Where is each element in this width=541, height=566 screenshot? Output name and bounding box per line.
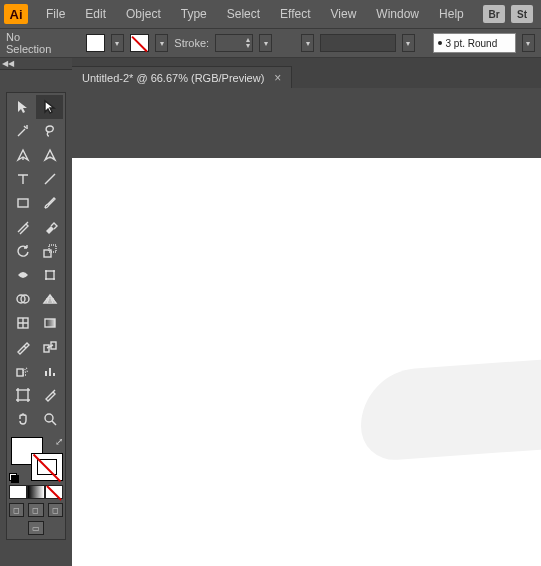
- document-tab[interactable]: Untitled-2* @ 66.67% (RGB/Preview) ×: [72, 66, 292, 88]
- stroke-swatch[interactable]: [31, 453, 63, 481]
- menu-effect[interactable]: Effect: [270, 0, 320, 28]
- gradient-mode-button[interactable]: [27, 485, 45, 499]
- rotate-tool[interactable]: [9, 239, 36, 263]
- curvature-tool[interactable]: [36, 143, 63, 167]
- svg-point-5: [53, 270, 55, 272]
- artboard-shape: [361, 360, 541, 463]
- artboard[interactable]: [72, 158, 541, 566]
- selection-status: No Selection: [6, 31, 65, 55]
- svg-rect-11: [45, 319, 55, 327]
- svg-rect-12: [44, 345, 49, 352]
- svg-rect-3: [46, 271, 54, 279]
- menu-type[interactable]: Type: [171, 0, 217, 28]
- stroke-color-dropdown[interactable]: ▾: [155, 34, 168, 52]
- fill-dropdown[interactable]: ▾: [111, 34, 124, 52]
- variable-width-label: 3 pt. Round: [446, 38, 498, 49]
- slice-tool[interactable]: [36, 383, 63, 407]
- shape-builder-tool[interactable]: [9, 287, 36, 311]
- mesh-tool[interactable]: [9, 311, 36, 335]
- svg-point-16: [45, 414, 53, 422]
- gradient-tool[interactable]: [36, 311, 63, 335]
- canvas-area[interactable]: [72, 88, 541, 566]
- svg-rect-0: [18, 199, 28, 207]
- svg-point-7: [53, 278, 55, 280]
- artboard-tool[interactable]: [9, 383, 36, 407]
- blend-tool[interactable]: [36, 335, 63, 359]
- collapse-arrows-icon: ◀◀: [0, 59, 14, 68]
- default-fill-stroke-icon[interactable]: [9, 473, 19, 483]
- tab-close-button[interactable]: ×: [274, 71, 281, 85]
- svg-rect-14: [17, 369, 23, 376]
- svg-rect-1: [44, 250, 51, 257]
- stroke-width-dropdown[interactable]: ▾: [259, 34, 272, 52]
- scale-tool[interactable]: [36, 239, 63, 263]
- draw-normal-button[interactable]: ◻: [9, 503, 24, 517]
- menu-bar: Ai File Edit Object Type Select Effect V…: [0, 0, 541, 28]
- variable-width-profile[interactable]: 3 pt. Round: [433, 33, 516, 53]
- selection-tool[interactable]: [9, 95, 36, 119]
- menu-window[interactable]: Window: [366, 0, 429, 28]
- tools-panel: ⤢ ◻ ◻ ◻ ▭: [6, 92, 66, 540]
- control-bar: No Selection ▾ ▾ Stroke: ▴▾ ▾ ▾ ▾ 3 pt. …: [0, 28, 541, 58]
- free-transform-tool[interactable]: [36, 263, 63, 287]
- fill-stroke-control[interactable]: ⤢: [9, 435, 65, 483]
- hand-tool[interactable]: [9, 407, 36, 431]
- eyedropper-tool[interactable]: [9, 335, 36, 359]
- rectangle-tool[interactable]: [9, 191, 36, 215]
- svg-rect-2: [49, 245, 56, 252]
- screen-mode-button[interactable]: ▭: [28, 521, 44, 535]
- panel-collapse-strip[interactable]: ◀◀: [0, 58, 72, 70]
- brush-dropdown[interactable]: ▾: [402, 34, 415, 52]
- magic-wand-tool[interactable]: [9, 119, 36, 143]
- color-mode-button[interactable]: [9, 485, 27, 499]
- draw-behind-button[interactable]: ◻: [28, 503, 43, 517]
- perspective-grid-tool[interactable]: [36, 287, 63, 311]
- shaper-tool[interactable]: [9, 215, 36, 239]
- brush-definition[interactable]: [320, 34, 395, 52]
- variable-width-dropdown[interactable]: ▾: [522, 34, 535, 52]
- zoom-tool[interactable]: [36, 407, 63, 431]
- stroke-width-input[interactable]: ▴▾: [215, 34, 253, 52]
- eraser-tool[interactable]: [36, 215, 63, 239]
- svg-rect-15: [18, 390, 28, 400]
- type-tool[interactable]: [9, 167, 36, 191]
- stroke-label: Stroke:: [174, 37, 209, 49]
- svg-point-4: [45, 270, 47, 272]
- brush-definition-dropdown[interactable]: ▾: [301, 34, 314, 52]
- dot-icon: [438, 41, 442, 45]
- column-graph-tool[interactable]: [36, 359, 63, 383]
- fill-color-swatch[interactable]: [86, 34, 105, 52]
- lasso-tool[interactable]: [36, 119, 63, 143]
- bridge-button[interactable]: Br: [483, 5, 505, 23]
- direct-selection-tool[interactable]: [36, 95, 63, 119]
- menu-object[interactable]: Object: [116, 0, 171, 28]
- stroke-color-swatch[interactable]: [130, 34, 149, 52]
- stock-button[interactable]: St: [511, 5, 533, 23]
- menu-help[interactable]: Help: [429, 0, 474, 28]
- svg-point-6: [45, 278, 47, 280]
- none-mode-button[interactable]: [45, 485, 63, 499]
- menu-view[interactable]: View: [321, 0, 367, 28]
- document-tab-title: Untitled-2* @ 66.67% (RGB/Preview): [82, 72, 264, 84]
- swap-fill-stroke-icon[interactable]: ⤢: [53, 435, 65, 447]
- width-tool[interactable]: [9, 263, 36, 287]
- paintbrush-tool[interactable]: [36, 191, 63, 215]
- pen-tool[interactable]: [9, 143, 36, 167]
- draw-inside-button[interactable]: ◻: [48, 503, 63, 517]
- menu-file[interactable]: File: [36, 0, 75, 28]
- line-segment-tool[interactable]: [36, 167, 63, 191]
- symbol-sprayer-tool[interactable]: [9, 359, 36, 383]
- menu-edit[interactable]: Edit: [75, 0, 116, 28]
- app-logo[interactable]: Ai: [4, 4, 28, 24]
- document-tab-bar: Untitled-2* @ 66.67% (RGB/Preview) ×: [72, 58, 541, 88]
- menu-select[interactable]: Select: [217, 0, 270, 28]
